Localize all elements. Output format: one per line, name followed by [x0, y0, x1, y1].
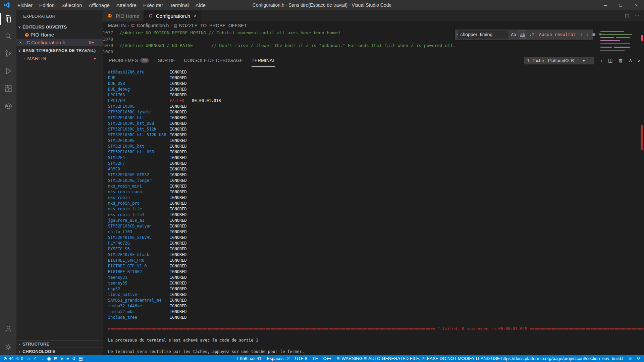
find-input[interactable]: [458, 31, 508, 39]
run-debug-icon[interactable]: [0, 62, 16, 80]
settings-gear-icon[interactable]: [0, 340, 16, 355]
board-status: FAILED: [170, 98, 192, 104]
status-item[interactable]: L 959, col 41: [236, 356, 261, 361]
terminal-icon[interactable]: ▤: [78, 356, 83, 361]
panel-tab[interactable]: TERMINAL: [252, 54, 275, 67]
overview-ruler-error-mark: [641, 35, 643, 41]
close-icon[interactable]: ×: [597, 31, 603, 38]
code-editor[interactable]: 1077 //#define NO_MOTION_BEFORE_HOMING /…: [103, 29, 644, 54]
board-status: IGNORED: [170, 178, 192, 184]
open-editors-section[interactable]: ∨ ÉDITEURS OUVERTS: [16, 23, 103, 31]
menu-item[interactable]: Fichier: [14, 2, 36, 8]
warning-icon: ⚠: [15, 356, 19, 361]
board-name: rumba32_f446ve: [108, 303, 170, 309]
next-match-icon[interactable]: ↓: [585, 31, 591, 38]
new-terminal-icon[interactable]: +: [600, 58, 603, 63]
sidebar-item-marlin[interactable]: › MARLIN ●: [16, 54, 103, 62]
problems-status[interactable]: ⊗ 44 ⚠ 0: [3, 356, 23, 361]
menu-item[interactable]: Edition: [36, 2, 58, 8]
board-status: IGNORED: [170, 241, 192, 246]
board-name: LPC1769: [108, 98, 170, 104]
terminal-row: rumba32_f446ve IGNORED: [108, 303, 644, 309]
eye-icon[interactable]: ◉: [47, 356, 51, 361]
status-item[interactable]: UTF-8: [295, 356, 307, 361]
breadcrumb-file[interactable]: Configuration.h: [137, 23, 169, 28]
sidebar-item-configuration-h[interactable]: × C Configuration.h 9+: [16, 39, 103, 46]
regex-icon[interactable]: .*: [528, 31, 536, 38]
terminal-row: STM32F103RC_btt IGNORED: [108, 115, 644, 121]
menu-item[interactable]: Aide: [192, 2, 209, 8]
tasks-list-icon[interactable]: ≡: [66, 356, 69, 361]
feedback-smiley-icon[interactable]: ☺: [628, 356, 632, 361]
panel-tab[interactable]: PROBLÈMES 44: [109, 54, 149, 67]
terminal-output[interactable]: at90usb1286_dfu IGNORED DUE IGNORED DUE_: [103, 67, 644, 355]
bottom-panel: PROBLÈMES 44 SORTIE CONSOLE DE DÉBOGAGE: [103, 54, 644, 355]
terminal-row: FYSETC_S6 IGNORED: [108, 246, 644, 252]
source-control-icon[interactable]: [0, 45, 16, 62]
whole-word-icon[interactable]: ab: [519, 30, 527, 39]
sidebar-item-pio-home[interactable]: PIO Home: [16, 31, 103, 39]
menu-item[interactable]: Terminal: [166, 2, 192, 8]
status-item[interactable]: C++: [323, 356, 331, 361]
clean-trash-icon[interactable]: ⊟: [54, 356, 57, 361]
menu-item[interactable]: Affichage: [86, 2, 113, 8]
more-actions-icon[interactable]: ⋯: [634, 13, 639, 19]
maximize-panel-icon[interactable]: ∧: [629, 57, 632, 63]
menu-item[interactable]: Sélection: [58, 2, 86, 8]
scrollbar-error-mark[interactable]: [641, 125, 643, 150]
panel-tab[interactable]: CONSOLE DE DÉBOGAGE: [184, 54, 243, 67]
close-icon[interactable]: ×: [629, 0, 644, 10]
status-item[interactable]: !!! WARNING !!! AUTO-GENERATED FILE, PLE…: [337, 356, 623, 361]
serial-monitor-icon[interactable]: ↯: [72, 356, 76, 361]
terminal-row: mks_robin_lite IGNORED: [108, 206, 644, 212]
board-status: IGNORED: [170, 87, 192, 92]
kill-terminal-trash-icon[interactable]: [618, 58, 623, 63]
board-name: DUE: [108, 75, 170, 81]
breadcrumb-root[interactable]: MARLIN: [108, 23, 126, 28]
board-status: IGNORED: [170, 75, 192, 81]
upload-arrow-icon[interactable]: →: [40, 356, 44, 361]
chevron-right-icon[interactable]: ›: [455, 31, 458, 38]
status-item[interactable]: LF: [313, 356, 318, 361]
close-icon[interactable]: ×: [194, 13, 197, 18]
tab-configuration-h[interactable]: C Configuration.h ×: [144, 10, 201, 21]
close-panel-icon[interactable]: ×: [638, 58, 641, 63]
minimize-icon[interactable]: ─: [598, 0, 613, 10]
home-icon[interactable]: ⌂: [27, 356, 30, 361]
board-status: IGNORED: [170, 309, 192, 315]
close-icon[interactable]: ×: [19, 40, 25, 45]
panel-tab[interactable]: SORTIE: [158, 54, 175, 67]
find-in-selection-icon[interactable]: ≡: [591, 31, 597, 38]
tab-pio-home[interactable]: PIO Home: [103, 10, 144, 21]
minimap[interactable]: [600, 30, 639, 53]
split-terminal-icon[interactable]: ◫: [608, 57, 613, 63]
menu-item[interactable]: Atteindre: [113, 2, 140, 8]
account-icon[interactable]: [0, 320, 16, 338]
board-name: STM32F103RC_btt_USB: [108, 121, 170, 126]
terminal-selector[interactable]: 1: Tâche - PlatformIO: B ▾: [524, 57, 594, 64]
pio-home-label: PIO Home: [31, 32, 54, 38]
build-check-icon[interactable]: ✓: [33, 356, 37, 361]
collapsed-section[interactable]: › CHRONOLOGIE: [16, 348, 103, 355]
terminal-row: ARMED IGNORED: [108, 166, 644, 172]
search-icon[interactable]: [0, 28, 16, 45]
terminal-row: STM32F103RC_btt_USB IGNORED: [108, 121, 644, 126]
breadcrumb-symbol[interactable]: NOZZLE_TO_PROBE_OFFSET: [179, 23, 247, 28]
explorer-icon[interactable]: [0, 10, 16, 28]
menu-bar: FichierEditionSélectionAffichageAtteindr…: [14, 2, 209, 8]
previous-match-icon[interactable]: ↑: [578, 31, 584, 38]
test-flask-icon[interactable]: ∇: [60, 356, 63, 361]
menu-item[interactable]: Exécuter: [140, 2, 166, 8]
collapsed-section[interactable]: › STRUCTURE: [16, 340, 103, 348]
board-name: STM32F4: [108, 155, 170, 161]
terminal-row: STM32F401VE_STEVAL IGNORED: [108, 235, 644, 241]
status-item[interactable]: Espaces : 2: [267, 356, 289, 361]
restore-icon[interactable]: □: [613, 0, 629, 10]
notifications-bell-icon[interactable]: [636, 356, 641, 361]
match-case-icon[interactable]: Aa: [509, 31, 517, 38]
extensions-icon[interactable]: [0, 80, 16, 97]
workspace-section[interactable]: ∨ SANS TITRE(ESPACE DE TRAVAIL): [16, 46, 103, 54]
split-editor-icon[interactable]: ◫: [625, 13, 630, 19]
chevron-right-icon: ›: [170, 23, 172, 28]
platformio-icon[interactable]: [0, 97, 16, 115]
